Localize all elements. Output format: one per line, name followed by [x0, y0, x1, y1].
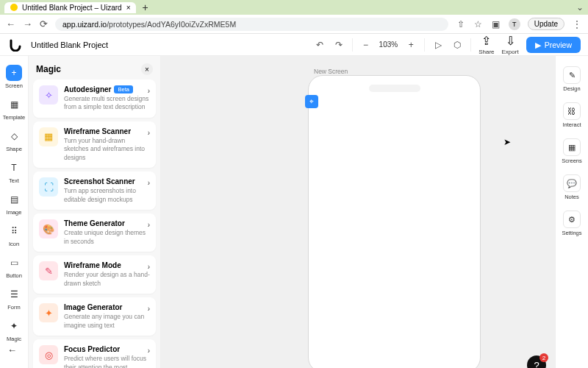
- close-panel-button[interactable]: ×: [141, 63, 153, 75]
- card-title: Wireframe Scanner: [64, 127, 150, 135]
- card-icon: ✎: [39, 261, 58, 280]
- tool-template[interactable]: ▦Template: [0, 93, 28, 124]
- tool-form[interactable]: ☰Form: [0, 283, 28, 314]
- card-icon: ✦: [39, 303, 58, 322]
- browser-toolbar: ← → ⟳ app.uizard.io/prototypes/AodYA6yI0…: [0, 15, 588, 34]
- magic-card-autodesigner[interactable]: ✧ Autodesigner Beta Generate multi scree…: [33, 79, 156, 118]
- magic-card-wireframe-mode[interactable]: ✎ Wireframe Mode Render your design as a…: [33, 255, 156, 294]
- tool-screen[interactable]: +Screen: [0, 62, 28, 92]
- card-title: Autodesigner Beta: [64, 85, 150, 93]
- profile-avatar[interactable]: T: [509, 18, 520, 30]
- chevron-right-icon: ›: [148, 87, 150, 95]
- new-tab-button[interactable]: +: [142, 1, 148, 13]
- redo-button[interactable]: ↷: [333, 40, 345, 50]
- card-icon: ▦: [39, 127, 58, 146]
- address-bar[interactable]: app.uizard.io/prototypes/AodYA6yI0oiZvZx…: [55, 18, 448, 31]
- card-title: Image Generator: [64, 303, 150, 311]
- tool-button[interactable]: ▭Button: [0, 252, 28, 282]
- project-title[interactable]: Untitled Blank Project: [31, 40, 306, 49]
- panel-list: ✧ Autodesigner Beta Generate multi scree…: [29, 79, 160, 368]
- shape-icon: ◇: [6, 128, 22, 144]
- undo-button[interactable]: ↶: [314, 40, 326, 50]
- forward-button[interactable]: →: [23, 18, 32, 29]
- card-icon: 🎨: [39, 219, 58, 238]
- preview-button[interactable]: ▶ Preview: [526, 37, 581, 53]
- panel-icon[interactable]: ▣: [491, 19, 501, 29]
- tool-shape[interactable]: ◇Shape: [0, 125, 28, 155]
- card-icon: ◎: [39, 345, 58, 364]
- tool-text[interactable]: TText: [0, 157, 28, 187]
- zoom-level[interactable]: 103%: [379, 40, 398, 49]
- upload-icon[interactable]: ⇧: [456, 19, 466, 29]
- card-description: Render your design as a hand-drawn sketc…: [64, 271, 150, 288]
- chevron-right-icon: ›: [148, 179, 150, 187]
- magic-panel: Magic × ✧ Autodesigner Beta Generate mul…: [29, 56, 161, 368]
- handoff-icon[interactable]: ⬡: [451, 40, 463, 50]
- screen-label[interactable]: New Screen: [314, 68, 348, 75]
- reload-button[interactable]: ⟳: [40, 18, 48, 29]
- favicon: [10, 4, 18, 11]
- share-button[interactable]: ⇪ Share: [478, 34, 494, 55]
- card-icon: ⛶: [39, 177, 58, 197]
- card-description: Create unique design themes in seconds: [64, 229, 150, 246]
- tool-magic[interactable]: ✦Magic: [0, 315, 28, 345]
- arrow-left-icon: ←: [7, 344, 17, 355]
- card-description: Generate multi screen designs from a sim…: [64, 95, 150, 112]
- zoom-in-button[interactable]: +: [405, 40, 417, 50]
- right-tool-settings[interactable]: ⚙Settings: [562, 208, 581, 239]
- phone-frame[interactable]: ⌖: [308, 75, 481, 368]
- magic-card-image-generator[interactable]: ✦ Image Generator Generate any image you…: [33, 297, 156, 336]
- card-description: Generate any image you can imagine using…: [64, 313, 150, 330]
- export-button[interactable]: ⇩ Export: [502, 34, 519, 55]
- chevron-right-icon: ›: [148, 305, 150, 313]
- image-icon: ▤: [6, 191, 22, 208]
- card-icon: ✧: [39, 85, 58, 105]
- magic-icon: ✦: [6, 318, 22, 334]
- play-icon: ▶: [535, 40, 541, 49]
- help-button[interactable]: ? 2: [527, 355, 546, 368]
- right-tool-rail: ✎Design⛓Interact▦Screens💬Notes⚙Settings: [555, 56, 588, 368]
- magic-card-theme-generator[interactable]: 🎨 Theme Generator Create unique design t…: [33, 213, 156, 252]
- chevron-down-icon[interactable]: ⌄: [576, 2, 584, 13]
- screens-icon: ▦: [563, 138, 581, 156]
- right-tool-design[interactable]: ✎Design: [563, 63, 581, 95]
- right-tool-screens[interactable]: ▦Screens: [562, 135, 582, 167]
- kebab-menu-icon[interactable]: ⋮: [572, 19, 582, 29]
- back-button[interactable]: ←: [6, 18, 15, 29]
- tab-title: Untitled Blank Project – Uizard: [22, 4, 122, 12]
- export-icon: ⇩: [506, 34, 515, 48]
- chevron-right-icon: ›: [148, 347, 150, 355]
- card-title: Focus Predictor: [64, 345, 150, 353]
- chevron-right-icon: ›: [148, 129, 150, 137]
- selection-handle-icon[interactable]: ⌖: [305, 95, 318, 108]
- url-domain: app.uizard.io: [62, 20, 107, 29]
- star-icon[interactable]: ☆: [473, 19, 484, 29]
- chevron-right-icon: ›: [148, 263, 150, 271]
- button-icon: ▭: [6, 255, 22, 271]
- browser-tab[interactable]: Untitled Blank Project – Uizard ×: [4, 2, 136, 13]
- url-path: /prototypes/AodYA6yI0oiZvZxRME5M: [107, 20, 236, 29]
- screen-icon: +: [6, 65, 22, 81]
- interact-icon: ⛓: [563, 102, 581, 120]
- app-logo[interactable]: [7, 37, 24, 53]
- tool-image[interactable]: ▤Image: [0, 188, 28, 219]
- magic-card-focus-predictor[interactable]: ◎ Focus Predictor Predict where users wi…: [33, 339, 156, 368]
- card-title: Wireframe Mode: [64, 261, 150, 269]
- zoom-out-button[interactable]: −: [360, 40, 372, 50]
- play-icon[interactable]: ▷: [432, 40, 444, 50]
- close-tab-icon[interactable]: ×: [126, 4, 131, 12]
- canvas[interactable]: New Screen ⌖ ➤ ? 2: [161, 56, 555, 368]
- update-button[interactable]: Update: [528, 18, 564, 30]
- form-icon: ☰: [6, 286, 22, 302]
- icon-icon: ⠿: [6, 223, 22, 239]
- card-description: Predict where users will focus their att…: [64, 355, 150, 368]
- magic-card-wireframe-scanner[interactable]: ▦ Wireframe Scanner Turn your hand-drawn…: [33, 121, 156, 168]
- tool-icon[interactable]: ⠿Icon: [0, 220, 28, 250]
- cursor-icon: ➤: [503, 137, 511, 147]
- right-tool-notes[interactable]: 💬Notes: [563, 171, 581, 203]
- right-tool-interact[interactable]: ⛓Interact: [562, 99, 581, 131]
- share-icon: ⇪: [481, 34, 491, 48]
- settings-icon: ⚙: [563, 210, 581, 228]
- magic-card-screenshot-scanner[interactable]: ⛶ Screenshot Scanner Turn app screenshot…: [33, 171, 156, 210]
- collapse-sidebar-button[interactable]: ←: [7, 343, 17, 356]
